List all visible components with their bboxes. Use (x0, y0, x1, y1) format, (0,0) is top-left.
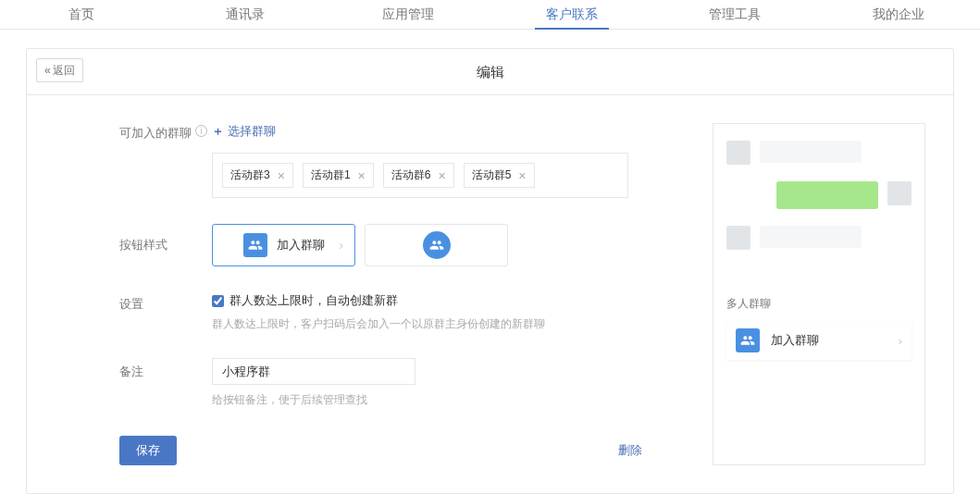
select-groups-link[interactable]: ＋选择群聊 (212, 124, 276, 138)
chat-row (726, 141, 912, 165)
group-tag: 活动群6× (383, 163, 454, 188)
remark-input[interactable] (212, 358, 416, 385)
card-header: 返回 编辑 (27, 49, 953, 95)
close-icon[interactable]: × (358, 169, 366, 182)
avatar-placeholder (887, 181, 912, 205)
auto-create-help: 群人数达上限时，客户扫码后会加入一个以原群主身份创建的新群聊 (212, 316, 676, 332)
plus-icon: ＋ (212, 124, 224, 138)
info-icon[interactable]: i (195, 125, 207, 137)
bubble-placeholder (776, 181, 878, 209)
auto-create-checkbox[interactable] (212, 295, 224, 307)
chevron-right-icon: › (899, 334, 902, 348)
button-style-label: 按钮样式 (119, 224, 212, 266)
nav-apps[interactable]: 应用管理 (327, 0, 490, 29)
nav-customer[interactable]: 客户联系 (490, 0, 654, 29)
top-nav: 首页 通讯录 应用管理 客户联系 管理工具 我的企业 (0, 0, 980, 30)
page-title: 编辑 (477, 64, 504, 80)
people-icon (423, 231, 451, 259)
nav-contacts[interactable]: 通讯录 (164, 0, 328, 29)
people-icon (243, 233, 267, 257)
bubble-placeholder (760, 226, 862, 248)
preview-join-button[interactable]: 加入群聊 › (726, 321, 912, 360)
nav-company[interactable]: 我的企业 (817, 0, 981, 29)
nav-home[interactable]: 首页 (0, 0, 164, 29)
auto-create-checkbox-row[interactable]: 群人数达上限时，自动创建新群 (212, 292, 676, 309)
close-icon[interactable]: × (278, 169, 285, 182)
chevron-right-icon: › (339, 238, 343, 253)
nav-tools[interactable]: 管理工具 (653, 0, 817, 29)
groups-label: 可加入的群聊 i (119, 123, 212, 198)
form-area: 可加入的群聊 i ＋选择群聊 活动群3× 活动群1× 活动群6× 活动群5× (119, 123, 676, 465)
button-style-option-1[interactable]: 加入群聊 › (212, 224, 355, 266)
preview-panel: 多人群聊 加入群聊 › (713, 123, 925, 465)
remark-help: 给按钮备注，便于后续管理查找 (212, 392, 676, 408)
delete-button[interactable]: 删除 (618, 442, 642, 459)
chat-row (726, 181, 912, 209)
avatar-placeholder (726, 141, 751, 165)
avatar-placeholder (726, 226, 751, 250)
button-style-option-2[interactable] (365, 224, 508, 266)
group-tags-container: 活动群3× 活动群1× 活动群6× 活动群5× (212, 153, 628, 198)
group-tag: 活动群3× (222, 163, 293, 188)
save-button[interactable]: 保存 (119, 436, 177, 465)
group-tag: 活动群1× (303, 163, 374, 188)
chat-row (726, 226, 912, 250)
people-icon (736, 328, 760, 352)
bubble-placeholder (760, 141, 862, 163)
settings-label: 设置 (119, 292, 212, 316)
back-button[interactable]: 返回 (36, 58, 83, 82)
group-tag: 活动群5× (464, 163, 535, 188)
remark-label: 备注 (119, 358, 212, 408)
close-icon[interactable]: × (518, 169, 526, 182)
edit-card: 返回 编辑 可加入的群聊 i ＋选择群聊 活动群3× (26, 48, 954, 494)
close-icon[interactable]: × (438, 169, 445, 182)
preview-section-label: 多人群聊 (726, 296, 912, 312)
